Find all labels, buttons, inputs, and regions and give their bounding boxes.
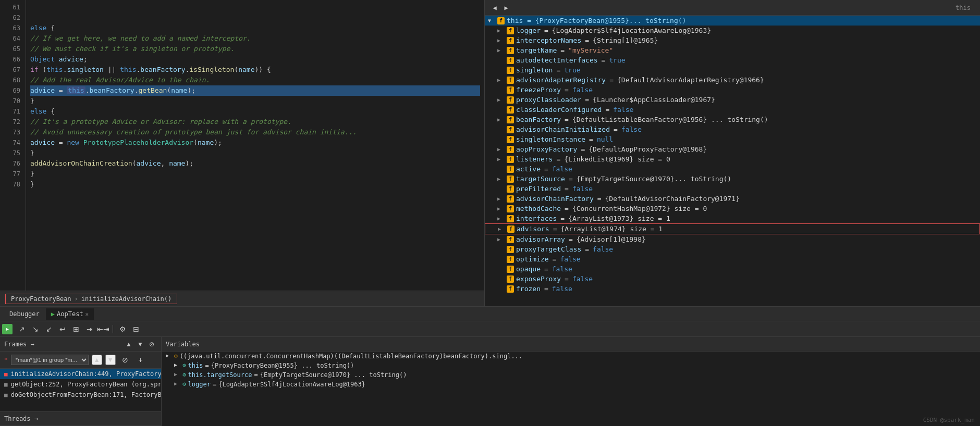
concurrenthashmap-icon: ⚙ xyxy=(174,353,178,359)
active-f-badge: f xyxy=(507,166,514,173)
prop-methodcache-name: methodCache xyxy=(516,205,561,212)
frames-up-btn[interactable]: ▲ xyxy=(124,339,134,349)
tree-item-classloaderconfigured[interactable]: f classLoaderConfigured = false xyxy=(485,105,980,115)
tree-item-aopproxyfactory[interactable]: ▶ f aopProxyFactory = {DefaultAopProxyFa… xyxy=(485,144,980,154)
expand-concurrenthashmap: ▶ xyxy=(166,353,172,358)
step-over-btn[interactable]: ↗ xyxy=(16,323,28,335)
advisorchainfactory-f-badge: f xyxy=(507,195,514,203)
tree-item-proxyclassloader[interactable]: ▶ f proxyClassLoader = {Launcher$AppClas… xyxy=(485,95,980,105)
prop-listeners-name: listeners xyxy=(516,155,553,163)
variables-tree-panel: ◀ ▶ this ▼ f this = {ProxyFactoryBean@19… xyxy=(485,0,980,306)
vars-tree: ▶ f logger = {LogAdapter$Slf4jLocationAw… xyxy=(485,26,980,306)
prop-proxytargetclass-name: proxyTargetClass xyxy=(516,245,581,253)
tree-item-singleton[interactable]: f singleton = true xyxy=(485,65,980,75)
prop-advisoradapterregistry-eq: = xyxy=(609,76,614,84)
var-item-concurrenthashmap[interactable]: ▶ ⚙ ((java.util.concurrent.ConcurrentHas… xyxy=(162,352,980,361)
settings-btn[interactable]: ⚙ xyxy=(116,323,129,335)
thread-filter-btn[interactable]: ⊘ xyxy=(119,354,131,366)
tree-item-autodetect[interactable]: f autodetectInterfaces = true xyxy=(485,55,980,65)
prop-prefiltered-eq: = xyxy=(565,185,569,193)
var-item-this[interactable]: ▶ ⚙ this = {ProxyFactoryBean@1955} ... t… xyxy=(162,361,980,370)
tree-item-advisorchaininitalized[interactable]: f advisorChainInitialized = false xyxy=(485,124,980,134)
tree-item-proxytargetclass[interactable]: f proxyTargetClass = false xyxy=(485,244,980,254)
root-f-badge: f xyxy=(497,17,505,24)
interfaces-f-badge: f xyxy=(507,215,514,222)
prop-autodetect-val: true xyxy=(609,56,625,64)
tree-item-prefiltered[interactable]: f preFiltered = false xyxy=(485,184,980,194)
tree-item-advisorchainfactory[interactable]: ▶ f advisorChainFactory = {DefaultAdviso… xyxy=(485,194,980,204)
prop-singleton-name: singleton xyxy=(516,66,553,74)
tab-aoptest[interactable]: ▶ AopTest ✕ xyxy=(46,308,94,320)
prop-opaque-eq: = xyxy=(544,265,548,273)
step-into-btn[interactable]: ↘ xyxy=(29,323,42,335)
prop-aopproxyfactory-name: aopProxyFactory xyxy=(516,145,577,153)
var-item-this-targetsource[interactable]: ▶ ⚙ this.targetSource = {EmptyTargetSour… xyxy=(162,370,980,380)
step-out-btn[interactable]: ↙ xyxy=(43,323,55,335)
prop-classloaderconfigured-val: false xyxy=(613,106,633,114)
tree-item-freezeproxy[interactable]: f freezeProxy = false xyxy=(485,85,980,95)
tree-item-interfaces[interactable]: ▶ f interfaces = {ArrayList@1973} size =… xyxy=(485,214,980,223)
threads-header: Threads → xyxy=(0,411,161,426)
tree-item-exposeproxy[interactable]: f exposeProxy = false xyxy=(485,274,980,284)
tree-item-frozen[interactable]: f frozen = false xyxy=(485,284,980,294)
prop-logger-name: logger xyxy=(516,27,541,34)
prefiltered-f-badge: f xyxy=(507,185,514,193)
tree-item-targetname[interactable]: ▶ f targetName = "myService" xyxy=(485,45,980,55)
proxytargetclass-f-badge: f xyxy=(507,246,514,253)
prop-beanfactory-eq: = xyxy=(565,116,569,123)
thread-select[interactable]: *main*@1 in group *m... xyxy=(11,355,89,365)
tree-item-active[interactable]: f active = false xyxy=(485,164,980,174)
prop-proxyclassloader-eq: = xyxy=(585,96,589,104)
run-to-cursor-btn[interactable]: ↩ xyxy=(56,323,69,335)
tree-item-optimize[interactable]: f optimize = false xyxy=(485,254,980,264)
interceptornames-f-badge: f xyxy=(507,37,514,44)
tree-item-listeners[interactable]: ▶ f listeners = {LinkedList@1969} size =… xyxy=(485,154,980,164)
thread-add-btn[interactable]: + xyxy=(134,354,147,366)
tree-item-beanfactory[interactable]: ▶ f beanFactory = {DefaultListableBeanFa… xyxy=(485,115,980,124)
tree-root-item[interactable]: ▼ f this = {ProxyFactoryBean@1955}... to… xyxy=(485,16,980,26)
nav-back-btn[interactable]: ◀ xyxy=(489,2,500,14)
tree-item-singletoninstance[interactable]: f singletonInstance = null xyxy=(485,134,980,144)
prop-methodcache-val: {ConcurrentHashMap@1972} size = 0 xyxy=(572,205,707,212)
tree-item-opaque[interactable]: f opaque = false xyxy=(485,264,980,274)
frame-item-3[interactable]: ■ doGetObjectFromFactoryBean:171, Factor… xyxy=(0,390,161,400)
frame-item-2[interactable]: ■ getObject:252, ProxyFactoryBean (org.s… xyxy=(0,379,161,390)
tree-item-interceptornames[interactable]: ▶ f interceptorNames = {String[1]@1965} xyxy=(485,35,980,45)
freezeproxy-f-badge: f xyxy=(507,86,514,94)
tree-item-advisoradapterregistry[interactable]: ▶ f advisorAdapterRegistry = {DefaultAdv… xyxy=(485,75,980,85)
tree-item-advisorarray[interactable]: ▶ f advisorArray = {Advisor[1]@1998} xyxy=(485,234,980,244)
tree-item-advisors[interactable]: ▶ f advisors = {ArrayList@1974} size = 1 xyxy=(485,223,980,234)
expand-var-logger: ▶ xyxy=(174,381,180,386)
frames-down-btn[interactable]: ▼ xyxy=(135,339,145,349)
layout-btn[interactable]: ⊟ xyxy=(130,323,142,335)
singletoninstance-f-badge: f xyxy=(507,136,514,143)
prop-advisoradapterregistry-val: {DefaultAdvisorAdapterRegistry@1966} xyxy=(617,76,764,84)
frames-filter-btn[interactable]: ⊘ xyxy=(146,339,157,349)
thread-indicator: * xyxy=(4,357,8,364)
tree-item-targetsource[interactable]: ▶ f targetSource = {EmptyTargetSource@19… xyxy=(485,174,980,184)
tree-item-methodcache[interactable]: ▶ f methodCache = {ConcurrentHashMap@197… xyxy=(485,204,980,214)
trace-btn[interactable]: ⇥ xyxy=(83,323,96,335)
expand-beanfactory-arrow: ▶ xyxy=(497,117,505,122)
prop-targetsource-val: {EmptyTargetSource@1970}... toString() xyxy=(577,175,731,183)
tab-debugger[interactable]: Debugger xyxy=(4,308,45,320)
expand-interceptornames-arrow: ▶ xyxy=(497,37,505,43)
resume-btn[interactable]: ▶ xyxy=(2,324,13,334)
var-targetsource-eq: = xyxy=(254,371,258,379)
tree-item-logger[interactable]: ▶ f logger = {LogAdapter$Slf4jLocationAw… xyxy=(485,26,980,35)
nav-forward-btn[interactable]: ▶ xyxy=(500,2,512,14)
dump-threads-btn[interactable]: ⇤⇥ xyxy=(97,323,109,335)
var-concurrenthashmap-text: ((java.util.concurrent.ConcurrentHashMap… xyxy=(180,353,522,360)
prop-singleton-eq: = xyxy=(556,66,560,74)
var-item-logger[interactable]: ▶ ⚙ logger = {LogAdapter$Slf4jLocationAw… xyxy=(162,380,980,389)
expand-this: ▶ xyxy=(174,362,180,368)
thread-arrow-up[interactable]: ▲ xyxy=(92,355,102,365)
prop-singletoninstance-eq: = xyxy=(589,135,593,143)
tab-aoptest-close[interactable]: ✕ xyxy=(85,311,89,318)
frame-text-2: getObject:252, ProxyFactoryBean (org.spr… xyxy=(11,381,161,388)
evaluate-btn[interactable]: ⊞ xyxy=(70,323,82,335)
thread-arrow-down[interactable]: ▼ xyxy=(105,355,116,365)
frame-item-1[interactable]: ■ initializeAdvisorChain:449, ProxyFacto… xyxy=(0,369,161,379)
prop-logger-eq: = xyxy=(544,27,548,34)
expand-targetsource-arrow: ▶ xyxy=(497,176,505,182)
